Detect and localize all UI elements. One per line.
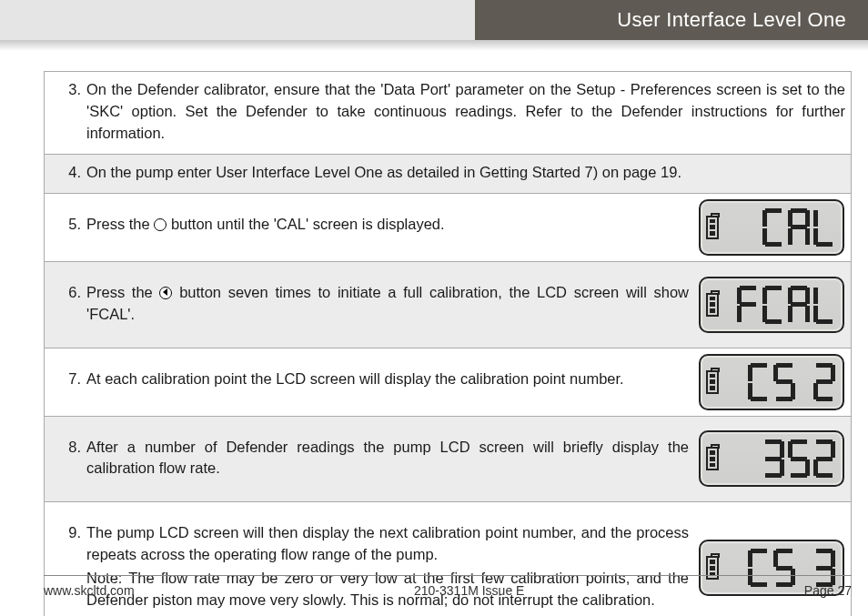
step-row: 4.On the pump enter User Interface Level… bbox=[45, 155, 851, 194]
step-number: 6. bbox=[45, 262, 86, 348]
step-number: 7. bbox=[45, 348, 86, 416]
step-text: On the Defender calibrator, ensure that … bbox=[86, 72, 851, 154]
lcd-cell bbox=[694, 262, 851, 348]
step-number: 3. bbox=[45, 72, 86, 154]
step-row: 3.On the Defender calibrator, ensure tha… bbox=[45, 72, 851, 155]
title-bar: User Interface Level One bbox=[0, 0, 868, 40]
lcd-digits bbox=[724, 284, 835, 326]
battery-icon bbox=[706, 370, 719, 394]
step-text: The pump LCD screen will then display th… bbox=[86, 502, 694, 616]
lcd-digits bbox=[724, 207, 835, 248]
lcd-display bbox=[699, 354, 844, 410]
left-button-icon bbox=[159, 287, 172, 299]
step-number: 9. bbox=[45, 502, 86, 616]
lcd-cell bbox=[694, 348, 851, 416]
lcd-digits bbox=[724, 361, 835, 403]
page-footer: www.skcltd.com 210-3311M Issue E Page 27 bbox=[44, 575, 852, 598]
footer-url: www.skcltd.com bbox=[44, 583, 135, 598]
step-text: On the pump enter User Interface Level O… bbox=[86, 155, 851, 193]
step-text: Press the button until the 'CAL' screen … bbox=[86, 194, 694, 261]
step-number: 4. bbox=[45, 155, 86, 193]
step-row: 5.Press the button until the 'CAL' scree… bbox=[45, 194, 851, 262]
footer-issue: 210-3311M Issue E bbox=[414, 583, 524, 598]
page-title: User Interface Level One bbox=[475, 0, 868, 40]
title-spacer bbox=[0, 0, 475, 40]
step-number: 8. bbox=[45, 417, 86, 502]
title-gradient bbox=[0, 40, 868, 51]
step-row: 6.Press the button seven times to initia… bbox=[45, 262, 851, 348]
battery-icon bbox=[706, 216, 719, 239]
step-row: 9.The pump LCD screen will then display … bbox=[45, 502, 851, 616]
lcd-digits bbox=[724, 438, 835, 480]
footer-page: Page 27 bbox=[804, 583, 852, 598]
instruction-table: 3.On the Defender calibrator, ensure tha… bbox=[44, 71, 852, 616]
step-row: 7.At each calibration point the LCD scre… bbox=[45, 348, 851, 417]
lcd-display bbox=[699, 277, 844, 333]
step-text: After a number of Defender readings the … bbox=[86, 417, 694, 502]
battery-icon bbox=[706, 293, 719, 317]
lcd-display bbox=[699, 430, 844, 487]
lcd-display bbox=[699, 199, 844, 256]
lcd-cell bbox=[694, 502, 851, 616]
lcd-cell bbox=[694, 194, 851, 261]
step-number: 5. bbox=[45, 194, 86, 261]
lcd-cell bbox=[694, 417, 851, 502]
step-text: At each calibration point the LCD screen… bbox=[86, 348, 694, 416]
battery-icon bbox=[706, 447, 719, 470]
step-text: Press the button seven times to initiate… bbox=[86, 262, 694, 348]
circle-button-icon bbox=[154, 218, 167, 231]
step-row: 8.After a number of Defender readings th… bbox=[45, 417, 851, 503]
